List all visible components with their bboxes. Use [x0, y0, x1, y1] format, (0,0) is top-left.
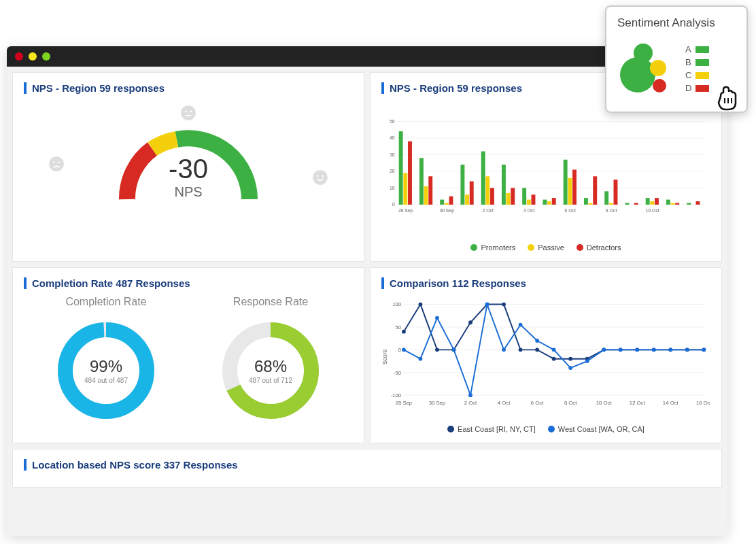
- popup-title: Sentiment Analysis: [617, 16, 736, 30]
- svg-rect-35: [485, 176, 489, 205]
- svg-point-119: [602, 347, 606, 352]
- svg-text:2 Oct: 2 Oct: [483, 208, 494, 213]
- svg-text:20: 20: [390, 169, 395, 173]
- svg-rect-22: [399, 131, 403, 205]
- bar-chart: 01020304050 28 Sep30 Sep2 Oct4 Oct6 Oct8…: [381, 101, 710, 237]
- svg-text:100: 100: [392, 301, 401, 307]
- svg-point-94: [502, 303, 506, 307]
- legend-east-coast[interactable]: East Coast [RI, NY, CT]: [447, 425, 536, 433]
- legend-passive[interactable]: Passive: [528, 243, 564, 252]
- svg-point-118: [585, 359, 589, 363]
- legend-label: Promoters: [481, 243, 515, 252]
- card-comparison: Comparison 112 Responses Score -100-5005…: [370, 267, 722, 443]
- svg-point-122: [652, 347, 656, 352]
- svg-point-107: [402, 347, 406, 352]
- line-chart: Score -100-50050100 28 Sep30 Sep2 Oct4 O…: [381, 296, 710, 418]
- completion-donut: Completion Rate 99% 484 out of 487: [52, 296, 160, 428]
- svg-rect-30: [449, 197, 453, 205]
- svg-text:40: 40: [390, 135, 395, 140]
- svg-rect-29: [445, 203, 449, 204]
- svg-text:12 Oct: 12 Oct: [630, 400, 646, 406]
- grab-cursor-icon: [712, 82, 744, 113]
- svg-point-136: [620, 57, 655, 92]
- svg-rect-45: [552, 198, 556, 205]
- svg-rect-52: [604, 191, 608, 205]
- svg-rect-36: [490, 188, 494, 205]
- svg-point-95: [519, 347, 523, 352]
- legend-label: Detractors: [587, 243, 621, 252]
- svg-text:8 Oct: 8 Oct: [564, 400, 577, 406]
- gauge-label: NPS: [169, 184, 208, 200]
- svg-point-112: [485, 303, 489, 307]
- sentiment-analysis-popup[interactable]: Sentiment Analysis A B C D: [605, 5, 748, 113]
- svg-text:0: 0: [392, 202, 395, 207]
- donut-percent: 68%: [254, 357, 287, 375]
- svg-point-110: [452, 347, 456, 352]
- svg-point-138: [650, 60, 666, 76]
- window-maximize-icon[interactable]: [42, 52, 50, 61]
- svg-point-139: [653, 79, 666, 92]
- svg-text:10: 10: [390, 186, 395, 190]
- svg-rect-63: [675, 203, 679, 204]
- svg-text:10 Oct: 10 Oct: [596, 400, 613, 406]
- svg-point-3: [181, 105, 196, 120]
- svg-point-5: [190, 110, 192, 112]
- svg-text:2 Oct: 2 Oct: [464, 400, 477, 406]
- svg-rect-44: [547, 201, 551, 205]
- svg-point-117: [568, 366, 572, 370]
- legend-west-coast[interactable]: West Coast [WA, OR, CA]: [548, 425, 645, 433]
- svg-rect-23: [403, 173, 407, 205]
- svg-text:0: 0: [398, 347, 401, 353]
- svg-point-2: [58, 161, 60, 163]
- neutral-face-icon: [179, 104, 197, 126]
- svg-point-1: [53, 161, 55, 163]
- frown-icon: [48, 155, 65, 177]
- svg-rect-61: [666, 200, 670, 205]
- donut-sub: 487 out of 712: [249, 377, 292, 384]
- card-title: Location based NPS score 337 Responses: [24, 459, 710, 471]
- svg-rect-58: [646, 198, 650, 205]
- svg-rect-62: [671, 203, 675, 204]
- bubble-chart-icon: [617, 38, 678, 99]
- svg-text:10 Oct: 10 Oct: [646, 208, 659, 213]
- svg-text:6 Oct: 6 Oct: [565, 208, 576, 213]
- svg-rect-42: [532, 194, 536, 205]
- svg-rect-43: [543, 200, 547, 205]
- svg-text:6 Oct: 6 Oct: [531, 400, 544, 406]
- dashboard-content: NPS - Region 59 responses -30: [7, 67, 727, 493]
- donut-percent: 99%: [90, 357, 122, 375]
- legend-detractors[interactable]: Detractors: [577, 243, 621, 252]
- svg-point-115: [535, 339, 539, 343]
- svg-rect-55: [625, 203, 629, 204]
- donut-heading: Response Rate: [216, 296, 325, 308]
- svg-point-90: [435, 347, 439, 352]
- legend-promoters[interactable]: Promoters: [470, 243, 515, 252]
- line-legend: East Coast [RI, NY, CT] West Coast [WA, …: [381, 425, 710, 433]
- svg-rect-41: [527, 200, 531, 205]
- svg-point-111: [468, 393, 472, 397]
- svg-point-113: [502, 347, 506, 352]
- svg-rect-27: [428, 176, 432, 205]
- svg-rect-51: [593, 176, 597, 205]
- svg-rect-26: [424, 186, 428, 205]
- card-title: Completion Rate 487 Responses: [24, 277, 353, 289]
- svg-text:4 Oct: 4 Oct: [498, 400, 511, 406]
- legend-label: East Coast [RI, NY, CT]: [458, 425, 536, 433]
- gauge-value: -30: [169, 154, 208, 184]
- window-close-icon[interactable]: [15, 52, 23, 61]
- bar-legend: Promoters Passive Detractors: [381, 243, 710, 252]
- svg-rect-31: [460, 165, 464, 205]
- card-nps-gauge: NPS - Region 59 responses -30: [12, 72, 364, 262]
- app-window: NPS - Region 59 responses -30: [7, 46, 727, 536]
- svg-point-116: [552, 347, 556, 352]
- y-axis-label: Score: [381, 349, 388, 364]
- svg-text:30: 30: [390, 152, 395, 157]
- svg-rect-34: [481, 152, 485, 205]
- legend-a: A: [685, 44, 709, 54]
- window-minimize-icon[interactable]: [29, 52, 37, 61]
- gauge-chart: -30 NPS: [24, 101, 353, 223]
- card-title: NPS - Region 59 responses: [24, 82, 353, 94]
- card-completion: Completion Rate 487 Responses Completion…: [12, 267, 364, 443]
- svg-point-96: [535, 347, 539, 352]
- svg-rect-66: [696, 201, 700, 205]
